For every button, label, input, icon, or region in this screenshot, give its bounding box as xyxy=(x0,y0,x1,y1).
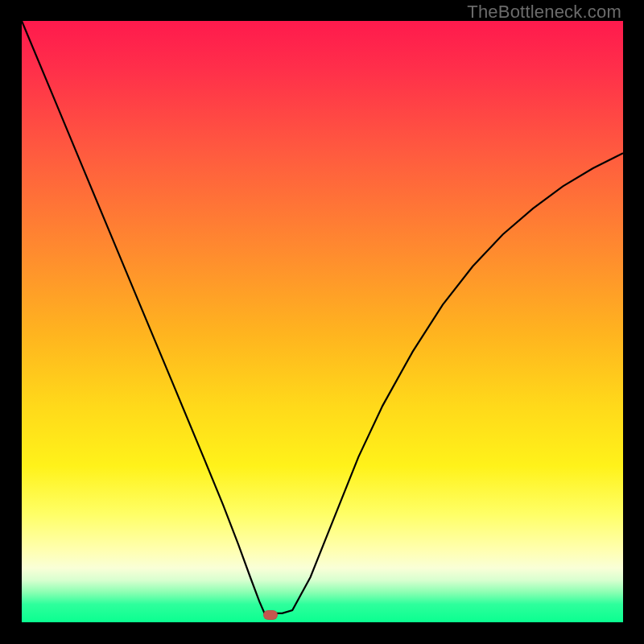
chart-frame: TheBottleneck.com xyxy=(0,0,644,644)
watermark-text: TheBottleneck.com xyxy=(467,2,621,23)
optimal-point-marker xyxy=(263,610,278,620)
curve-svg xyxy=(22,21,623,622)
bottleneck-curve xyxy=(22,21,623,615)
